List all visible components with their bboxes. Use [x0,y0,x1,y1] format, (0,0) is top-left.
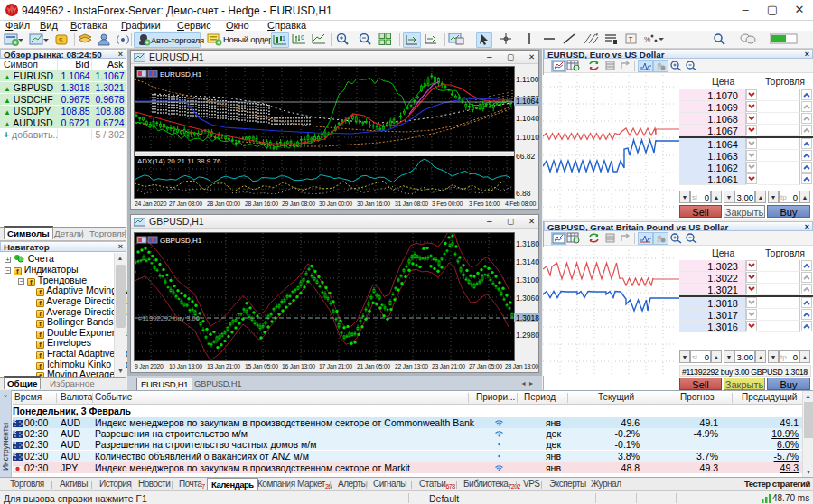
svg-text:%: % [644,35,650,43]
svg-text:$: $ [59,36,63,44]
svg-text:T: T [629,35,633,43]
svg-text:1: 1 [282,35,285,42]
svg-text:EURUSD,H1: EURUSD,H1 [160,70,202,79]
svg-text:#11392292 buy 3.00: #11392292 buy 3.00 [138,314,200,322]
svg-text:0: 0 [301,34,304,41]
svg-text:ADX(14) 20.21 11.38 9.76: ADX(14) 20.21 11.38 9.76 [137,157,221,165]
svg-text:GBPUSD,H1: GBPUSD,H1 [160,237,202,245]
